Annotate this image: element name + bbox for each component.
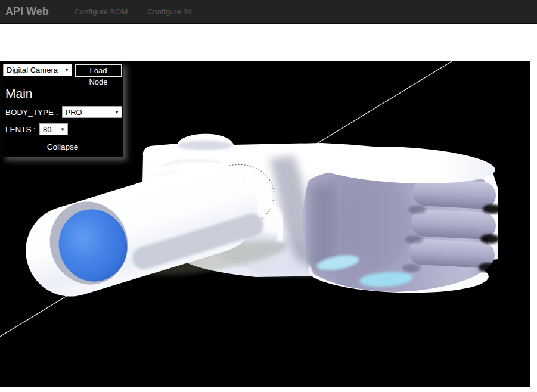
nav-configure-3d[interactable]: Configure 3d: [147, 7, 191, 16]
groove-shadow-2: [405, 235, 423, 244]
top-navbar: API Web Configure BOM Configure 3d: [0, 0, 537, 24]
collapse-link[interactable]: Collapse: [3, 142, 122, 151]
node-select-value: Digital Camera: [7, 66, 58, 74]
groove-shadow-3: [402, 264, 420, 272]
lents-select[interactable]: 80 ▼: [39, 123, 68, 135]
groove-notch-2: [480, 234, 499, 244]
chevron-down-icon: ▼: [60, 127, 65, 132]
chevron-down-icon: ▼: [114, 110, 119, 115]
panel-title: Main: [5, 86, 122, 101]
load-node-button[interactable]: Load Node: [75, 64, 122, 77]
3d-viewport[interactable]: Digital Camera ▼ Load Node Main BODY_TYP…: [0, 61, 530, 387]
grip-rib-2: [411, 209, 496, 239]
body-type-value: PRO: [66, 108, 82, 117]
nav-configure-bom[interactable]: Configure BOM: [75, 7, 128, 16]
groove-notch-3: [479, 263, 496, 272]
body-type-select[interactable]: PRO ▼: [62, 106, 122, 118]
viewfinder-base-shadow: [178, 141, 232, 150]
groove-shadow-1: [408, 206, 426, 214]
body-type-row: BODY_TYPE : PRO ▼: [5, 106, 122, 118]
body-type-label: BODY_TYPE :: [5, 108, 58, 117]
lents-label: LENTS :: [5, 125, 36, 134]
groove-notch-1: [483, 204, 502, 214]
chevron-down-icon: ▼: [64, 67, 69, 73]
node-select[interactable]: Digital Camera ▼: [3, 64, 72, 76]
configurator-panel: Digital Camera ▼ Load Node Main BODY_TYP…: [2, 62, 123, 157]
lents-row: LENTS : 80 ▼: [5, 123, 122, 135]
lents-value: 80: [43, 125, 51, 134]
brand-link[interactable]: API Web: [0, 5, 55, 18]
